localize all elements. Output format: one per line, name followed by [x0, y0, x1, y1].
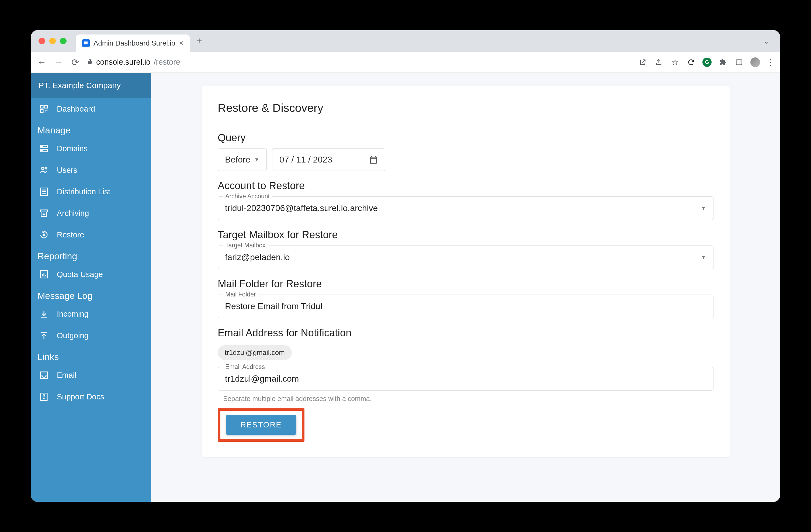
close-window-icon[interactable] — [39, 38, 45, 44]
query-date-input[interactable]: 07 / 11 / 2023 — [272, 149, 385, 171]
sidebar-item-label: Dashboard — [57, 105, 95, 113]
close-tab-icon[interactable]: × — [179, 39, 183, 47]
tabs-overflow-icon[interactable]: ⌄ — [763, 37, 775, 46]
users-icon — [39, 165, 49, 176]
dashboard-icon — [39, 104, 49, 114]
notif-email-input[interactable]: tr1dzul@gmail.com — [218, 367, 714, 391]
list-icon — [39, 186, 49, 197]
share-icon[interactable] — [654, 57, 663, 67]
sidebar-item-label: Users — [57, 166, 77, 174]
maximize-window-icon[interactable] — [60, 38, 66, 44]
mail-folder-input[interactable]: Restore Email from Tridul — [218, 294, 714, 318]
svg-rect-0 — [736, 60, 742, 65]
back-button[interactable]: ← — [36, 57, 47, 67]
sidebar-item-quota[interactable]: Quota Usage — [31, 263, 151, 285]
sidebar-item-email[interactable]: Email — [31, 364, 151, 386]
open-external-icon[interactable] — [638, 57, 647, 67]
account-field-label: Archive Account — [223, 193, 272, 200]
chevron-down-icon: ▼ — [701, 205, 706, 211]
svg-rect-15 — [41, 210, 48, 212]
sidebar-item-label: Support Docs — [57, 392, 104, 401]
sidebar-item-label: Distribution List — [57, 187, 110, 196]
folder-field-label: Mail Folder — [223, 291, 258, 298]
svg-point-27 — [44, 398, 44, 399]
inbox-icon — [39, 370, 49, 381]
sidebar-item-label: Archiving — [57, 209, 89, 218]
svg-point-8 — [42, 150, 42, 151]
sidebar-item-distribution-list[interactable]: Distribution List — [31, 181, 151, 202]
sidebar-item-archiving[interactable]: Archiving — [31, 202, 151, 224]
target-mailbox-select[interactable]: fariz@peladen.io ▼ — [218, 245, 714, 269]
sidebar-section-msglog: Message Log — [31, 285, 151, 303]
domains-icon — [39, 143, 49, 154]
minimize-window-icon[interactable] — [49, 38, 56, 44]
notif-field-label: Email Address — [223, 363, 267, 370]
sidebar-item-label: Incoming — [57, 310, 89, 319]
tab-bar: Admin Dashboard Surel.io × + ⌄ — [31, 30, 780, 52]
address-bar: ← → ⟳ console.surel.io/restore ☆ G — [31, 52, 780, 73]
page-title: Restore & Discovery — [218, 101, 714, 115]
query-date-value: 07 / 11 / 2023 — [279, 155, 332, 165]
lock-icon — [87, 58, 93, 66]
sync-icon[interactable] — [686, 57, 696, 67]
chart-icon — [39, 269, 49, 280]
mail-folder-value: Restore Email from Tridul — [225, 301, 322, 311]
sidebar-item-label: Quota Usage — [57, 270, 103, 279]
calendar-icon — [369, 155, 378, 164]
browser-window: Admin Dashboard Surel.io × + ⌄ ← → ⟳ con… — [31, 30, 780, 502]
sidebar-item-users[interactable]: Users — [31, 159, 151, 181]
download-icon — [39, 308, 49, 319]
chevron-down-icon: ▼ — [254, 156, 259, 163]
toolbar-right: ☆ G ⋮ — [638, 57, 775, 67]
sidebar-item-label: Restore — [57, 230, 84, 239]
sidebar-item-domains[interactable]: Domains — [31, 138, 151, 159]
profile-avatar[interactable] — [750, 57, 760, 67]
app-body: PT. Example Company Dashboard Manage Dom… — [31, 73, 780, 502]
target-field-label: Target Mailbox — [223, 242, 268, 249]
sidebar-item-restore[interactable]: Restore — [31, 224, 151, 245]
url-display[interactable]: console.surel.io/restore — [87, 58, 180, 66]
org-name: PT. Example Company — [31, 73, 151, 98]
sidebar-item-label: Domains — [57, 144, 88, 153]
browser-tab[interactable]: Admin Dashboard Surel.io × — [76, 34, 190, 52]
query-heading: Query — [218, 132, 714, 143]
svg-point-10 — [45, 167, 47, 169]
target-mailbox-value: fariz@peladen.io — [225, 252, 290, 262]
svg-point-7 — [42, 146, 42, 147]
sidebar-section-manage: Manage — [31, 120, 151, 138]
svg-rect-3 — [45, 105, 48, 108]
target-heading: Target Mailbox for Restore — [218, 229, 714, 241]
query-mode-select[interactable]: Before ▼ — [218, 149, 267, 171]
tab-favicon-icon — [82, 39, 90, 47]
reload-button[interactable]: ⟳ — [70, 57, 80, 67]
account-heading: Account to Restore — [218, 180, 714, 192]
restore-highlight: RESTORE — [218, 408, 304, 442]
folder-heading: Mail Folder for Restore — [218, 278, 714, 290]
archive-account-select[interactable]: tridul-20230706@taffeta.surel.io.archive… — [218, 196, 714, 220]
extensions-icon[interactable] — [718, 57, 728, 67]
svg-rect-2 — [41, 105, 43, 108]
archive-icon — [39, 208, 49, 218]
new-tab-button[interactable]: + — [194, 35, 205, 47]
query-mode-value: Before — [225, 155, 250, 165]
extension-badge-icon[interactable]: G — [702, 58, 711, 67]
sidebar-section-links: Links — [31, 346, 151, 364]
sidebar-item-incoming[interactable]: Incoming — [31, 303, 151, 325]
sidebar-item-outgoing[interactable]: Outgoing — [31, 325, 151, 346]
divider — [218, 122, 714, 122]
restore-icon — [39, 229, 49, 240]
email-chip[interactable]: tr1dzul@gmail.com — [218, 345, 292, 360]
notif-hint: Separate multiple email addresses with a… — [223, 395, 714, 402]
sidebar-item-support[interactable]: Support Docs — [31, 386, 151, 408]
url-host: console.surel.io — [96, 58, 151, 66]
content-area: Restore & Discovery Query Before ▼ 07 / … — [151, 73, 780, 502]
sidepanel-icon[interactable] — [734, 57, 744, 67]
help-icon — [39, 391, 49, 402]
sidebar-section-reporting: Reporting — [31, 245, 151, 263]
forward-button[interactable]: → — [53, 57, 64, 67]
window-controls — [39, 38, 66, 44]
sidebar-item-dashboard[interactable]: Dashboard — [31, 98, 151, 120]
browser-menu-icon[interactable]: ⋮ — [767, 57, 775, 67]
star-icon[interactable]: ☆ — [670, 57, 680, 67]
restore-button[interactable]: RESTORE — [226, 415, 296, 435]
